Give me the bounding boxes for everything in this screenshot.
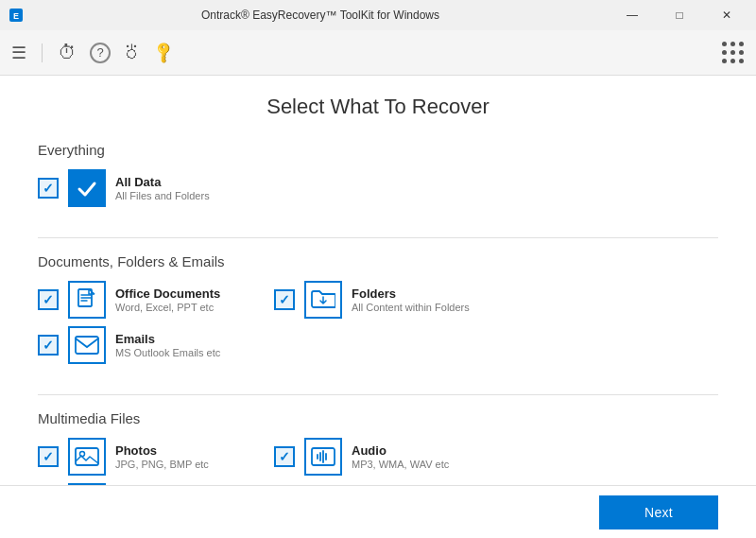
dot [722, 50, 727, 55]
folders-text: Folders All Content within Folders [352, 286, 470, 313]
checkmark-all-data: ✓ [43, 182, 54, 195]
next-button[interactable]: Next [599, 495, 718, 529]
item-all-data: ✓ All Data All Files and Folders [38, 169, 246, 207]
emails-sublabel: MS Outlook Emails etc [115, 347, 220, 358]
minimize-button[interactable]: — [610, 0, 654, 30]
window-title: Ontrack® EasyRecovery™ ToolKit for Windo… [30, 9, 610, 22]
emails-icon [68, 326, 106, 364]
toolbar: ☰ ⏱ ? ⛣ 🔑 [0, 30, 756, 76]
photos-sublabel: JPG, PNG, BMP etc [115, 459, 209, 470]
all-data-text: All Data All Files and Folders [115, 175, 210, 201]
svg-rect-4 [76, 448, 98, 465]
checkmark-audio: ✓ [279, 450, 290, 463]
section-documents: Documents, Folders & Emails ✓ Office Doc… [38, 253, 718, 372]
key-icon[interactable]: 🔑 [150, 40, 177, 66]
item-photos: ✓ Photos JPG, PNG, BMP etc [38, 438, 246, 476]
svg-text:E: E [13, 11, 19, 21]
checkbox-emails[interactable]: ✓ [38, 335, 59, 356]
main-content: Select What To Recover Everything ✓ All … [0, 76, 756, 485]
emails-label: Emails [115, 332, 220, 346]
audio-icon [304, 438, 342, 476]
checkmark-folders: ✓ [279, 293, 290, 306]
dot [730, 50, 735, 55]
emails-text: Emails MS Outlook Emails etc [115, 332, 220, 358]
item-emails: ✓ Emails MS Outlook Emails etc [38, 326, 246, 364]
photos-label: Photos [115, 443, 209, 458]
history-icon[interactable]: ⏱ [58, 42, 77, 63]
dot [739, 50, 744, 55]
section-documents-title: Documents, Folders & Emails [38, 253, 718, 269]
audio-text: Audio MP3, WMA, WAV etc [352, 443, 449, 470]
title-bar: E Ontrack® EasyRecovery™ ToolKit for Win… [0, 0, 756, 30]
toolbar-left: ☰ ⏱ ? ⛣ 🔑 [11, 42, 173, 63]
audio-sublabel: MP3, WMA, WAV etc [352, 459, 449, 470]
section-everything: Everything ✓ All Data All Files and Fold… [38, 142, 718, 215]
checkmark-emails: ✓ [43, 338, 54, 352]
svg-rect-3 [76, 337, 98, 354]
checkmark-photos: ✓ [43, 450, 54, 463]
checkbox-office-docs[interactable]: ✓ [38, 289, 59, 310]
footer: Next [0, 485, 756, 538]
dot [730, 42, 735, 46]
dot [739, 59, 744, 63]
window-controls: — □ ✕ [610, 0, 748, 30]
all-data-icon [68, 169, 106, 207]
folders-sublabel: All Content within Folders [352, 302, 470, 313]
all-data-sublabel: All Files and Folders [115, 190, 210, 201]
all-data-label: All Data [115, 175, 210, 189]
item-folders: ✓ Folders All Content within Folders [274, 281, 482, 319]
close-button[interactable]: ✕ [705, 0, 748, 30]
help-icon[interactable]: ? [90, 43, 111, 63]
checkmark-office-docs: ✓ [43, 293, 54, 306]
office-docs-label: Office Documents [115, 286, 220, 301]
checkbox-all-data[interactable]: ✓ [38, 178, 59, 199]
multimedia-items: ✓ Photos JPG, PNG, BMP etc ✓ [38, 438, 718, 485]
photos-text: Photos JPG, PNG, BMP etc [115, 443, 209, 470]
section-everything-title: Everything [38, 142, 718, 158]
section-multimedia: Multimedia Files ✓ Photos JPG, PNG, BMP … [38, 410, 718, 485]
cart-icon[interactable]: ⛣ [124, 43, 141, 62]
toolbar-divider-1 [42, 43, 43, 62]
everything-items: ✓ All Data All Files and Folders [38, 169, 718, 215]
checkbox-folders[interactable]: ✓ [274, 289, 295, 310]
dot [722, 42, 727, 46]
divider-2 [38, 394, 718, 395]
maximize-button[interactable]: □ [658, 0, 701, 30]
office-docs-icon [68, 281, 106, 319]
audio-label: Audio [352, 443, 449, 458]
checkbox-audio[interactable]: ✓ [274, 446, 295, 467]
folders-icon [304, 281, 342, 319]
office-docs-sublabel: Word, Excel, PPT etc [115, 302, 220, 313]
dot [722, 59, 727, 63]
office-docs-text: Office Documents Word, Excel, PPT etc [115, 286, 220, 313]
dot [739, 42, 744, 46]
app-icon: E [8, 7, 25, 24]
section-multimedia-title: Multimedia Files [38, 410, 718, 426]
folders-label: Folders [352, 286, 470, 301]
page-title: Select What To Recover [38, 95, 718, 119]
documents-items: ✓ Office Documents Word, Excel, PPT etc [38, 281, 718, 372]
item-audio: ✓ Audio MP3, WMA, WAV etc [274, 438, 482, 476]
apps-grid-icon[interactable] [722, 42, 745, 64]
divider-1 [38, 237, 718, 238]
dot [730, 59, 735, 63]
checkbox-photos[interactable]: ✓ [38, 446, 59, 467]
photos-icon [68, 438, 106, 476]
menu-icon[interactable]: ☰ [11, 43, 26, 63]
item-office-docs: ✓ Office Documents Word, Excel, PPT etc [38, 281, 246, 319]
